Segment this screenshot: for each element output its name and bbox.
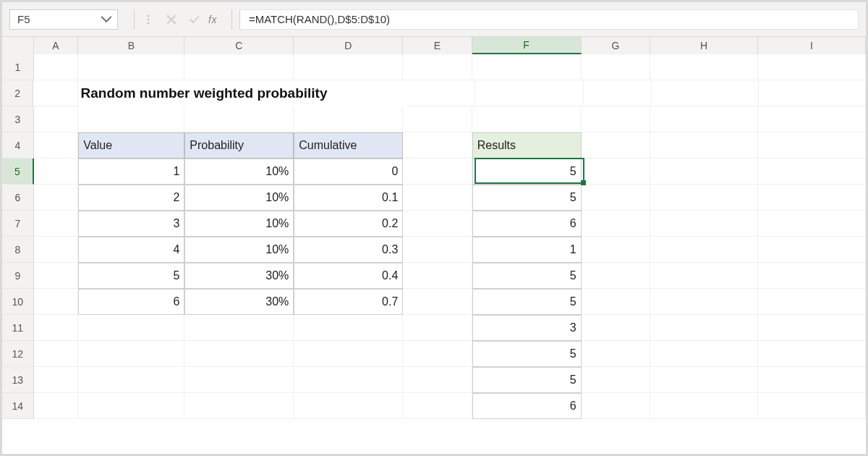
cell[interactable]	[184, 341, 294, 367]
cancel-icon[interactable]	[166, 14, 176, 25]
cell[interactable]	[758, 289, 866, 315]
cell[interactable]	[403, 54, 472, 80]
cell[interactable]	[582, 393, 650, 419]
cell[interactable]	[582, 132, 650, 159]
cell[interactable]	[78, 367, 184, 393]
name-box[interactable]	[9, 9, 118, 30]
cell[interactable]	[650, 237, 758, 263]
row-header[interactable]: 8	[2, 237, 34, 263]
cell[interactable]	[650, 341, 758, 367]
row-header[interactable]: 10	[2, 289, 34, 315]
cell[interactable]	[650, 185, 758, 211]
table-cell-value[interactable]: 4	[78, 237, 184, 263]
table-cell-probability[interactable]: 10%	[184, 185, 294, 211]
cell[interactable]	[34, 106, 79, 132]
cell[interactable]	[34, 341, 79, 367]
row-header[interactable]: 4	[2, 132, 34, 159]
cell[interactable]	[403, 106, 472, 132]
cell[interactable]	[650, 289, 758, 315]
cell[interactable]	[294, 315, 403, 341]
table-cell-result[interactable]: 5	[472, 185, 582, 211]
table-cell-cumulative[interactable]: 0.3	[294, 237, 403, 263]
cell[interactable]	[582, 263, 650, 289]
select-all-corner[interactable]	[2, 37, 34, 54]
table-cell-cumulative[interactable]: 0.1	[294, 185, 403, 211]
cell[interactable]	[34, 54, 79, 80]
cell[interactable]	[78, 54, 184, 80]
cell[interactable]	[33, 80, 77, 106]
cell[interactable]	[294, 54, 403, 80]
cell[interactable]	[184, 315, 294, 341]
table-cell-value[interactable]: 3	[78, 211, 184, 237]
cell[interactable]	[34, 185, 79, 211]
cell[interactable]	[403, 367, 472, 393]
cell[interactable]	[34, 237, 79, 263]
cell[interactable]	[582, 237, 650, 263]
cell[interactable]	[758, 315, 866, 341]
cell[interactable]	[758, 341, 866, 367]
table-cell-result[interactable]: 6	[472, 211, 582, 237]
cell[interactable]	[184, 393, 294, 419]
cell[interactable]	[294, 341, 403, 367]
cell[interactable]	[294, 367, 403, 393]
cell[interactable]	[758, 185, 866, 211]
table-cell-value[interactable]: 5	[78, 263, 184, 289]
table-cell-value[interactable]: 1	[78, 159, 184, 185]
cell[interactable]	[472, 54, 582, 80]
table-cell-cumulative[interactable]: 0.7	[294, 289, 403, 315]
table-cell-cumulative[interactable]: 0.4	[294, 263, 403, 289]
cell[interactable]	[403, 159, 472, 185]
table-cell-result[interactable]: 5	[472, 159, 582, 185]
column-header-D[interactable]: D	[294, 37, 403, 54]
cell[interactable]	[650, 367, 758, 393]
cell[interactable]	[582, 341, 650, 367]
cell[interactable]	[758, 211, 866, 237]
cell[interactable]	[650, 159, 758, 185]
cell[interactable]	[652, 80, 759, 106]
row-header[interactable]: 5	[2, 159, 34, 185]
row-header[interactable]: 11	[2, 315, 34, 341]
column-header-C[interactable]: C	[184, 37, 294, 54]
column-header-E[interactable]: E	[403, 37, 472, 54]
row-header[interactable]: 7	[2, 211, 34, 237]
row-header[interactable]: 13	[2, 367, 34, 393]
cell[interactable]	[650, 263, 758, 289]
cell[interactable]	[650, 54, 758, 80]
column-header-A[interactable]: A	[34, 37, 79, 54]
cell[interactable]	[758, 132, 866, 159]
table-cell-probability[interactable]: 30%	[184, 289, 294, 315]
cell[interactable]	[650, 106, 758, 132]
table-cell-result[interactable]: 6	[472, 393, 582, 419]
cell[interactable]	[650, 211, 758, 237]
cell[interactable]	[294, 393, 403, 419]
cell[interactable]	[78, 315, 184, 341]
chevron-down-icon[interactable]	[101, 14, 111, 25]
formula-input[interactable]	[247, 12, 851, 26]
table-header-cumulative[interactable]: Cumulative	[294, 132, 403, 159]
cell[interactable]	[34, 289, 79, 315]
cell[interactable]	[78, 341, 184, 367]
cell[interactable]	[582, 315, 650, 341]
cell[interactable]	[403, 237, 472, 263]
cell[interactable]	[650, 315, 758, 341]
cell[interactable]	[403, 393, 472, 419]
row-header[interactable]: 3	[2, 106, 34, 132]
table-cell-result[interactable]: 5	[472, 341, 582, 367]
cell[interactable]	[650, 393, 758, 419]
column-header-F[interactable]: F	[472, 37, 582, 54]
cell[interactable]	[184, 367, 294, 393]
table-header-results[interactable]: Results	[472, 132, 582, 159]
table-cell-cumulative[interactable]: 0.2	[294, 211, 403, 237]
cell[interactable]	[475, 80, 584, 106]
row-header[interactable]: 14	[2, 393, 34, 419]
cell[interactable]	[78, 393, 184, 419]
cell[interactable]	[584, 80, 652, 106]
row-header[interactable]: 12	[2, 341, 34, 367]
row-header[interactable]: 1	[2, 54, 34, 80]
cell[interactable]	[34, 367, 79, 393]
cell[interactable]	[403, 185, 472, 211]
row-header[interactable]: 9	[2, 263, 34, 289]
cell[interactable]	[34, 263, 79, 289]
page-title[interactable]: Random number weighted probability	[78, 80, 407, 106]
table-header-probability[interactable]: Probability	[184, 132, 294, 159]
